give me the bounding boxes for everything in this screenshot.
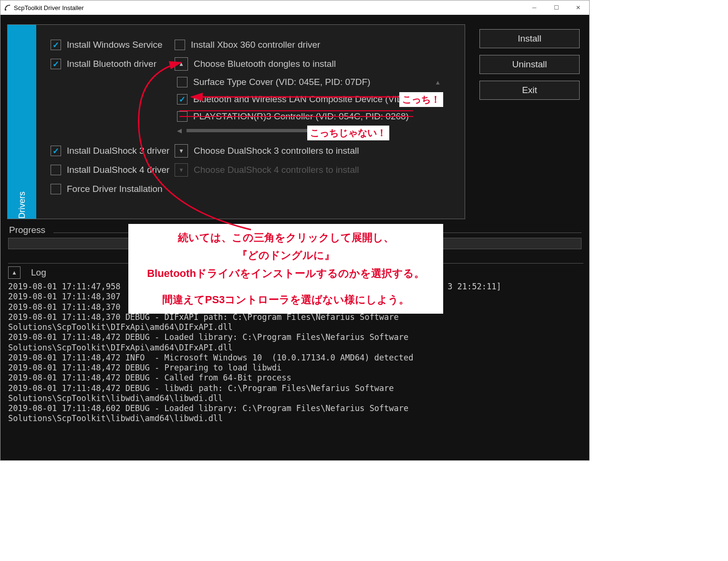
drivers-tab-label: Drivers <box>17 182 27 219</box>
checkbox-ds3[interactable] <box>51 146 61 156</box>
label-force: Force Driver Installation <box>67 184 163 194</box>
annotation-line-4: 間違えてPS3コントローラを選ばない様にしよう。 <box>138 291 434 308</box>
label-xbox360: Install Xbox 360 controller driver <box>191 40 320 50</box>
checkbox-bt-device-0[interactable] <box>177 77 187 87</box>
annotation-strike-1 <box>179 110 413 111</box>
uninstall-button[interactable]: Uninstall <box>479 55 580 74</box>
side-buttons: Install Uninstall Exit <box>479 29 580 100</box>
expander-ds4[interactable]: ▼ <box>175 163 188 177</box>
hscroll-left-icon[interactable]: ◀ <box>177 127 182 134</box>
minimize-button[interactable]: ─ <box>523 0 545 15</box>
expander-bluetooth[interactable]: ▲ <box>175 57 188 71</box>
annotation-strike-2 <box>179 116 413 117</box>
app-icon <box>4 4 11 11</box>
log-label: Log <box>31 267 46 278</box>
window-title: ScpToolkit Driver Installer <box>14 4 84 11</box>
label-bt-header: Choose Bluetooth dongles to install <box>194 59 336 69</box>
checkbox-force[interactable] <box>51 184 61 194</box>
label-bluetooth: Install Bluetooth driver <box>67 59 156 69</box>
svg-point-0 <box>5 9 7 11</box>
progress-label: Progress <box>8 225 49 235</box>
label-bt-device-1: Bluetooth and Wireless LAN Composite Dev… <box>193 94 403 105</box>
checkbox-bluetooth[interactable] <box>51 59 61 69</box>
annotation-line-1: 続いては、この三角をクリックして展開し、 <box>138 229 434 246</box>
checkbox-ds4[interactable] <box>51 165 61 175</box>
label-ds3: Install DualShock 3 driver <box>67 146 169 156</box>
expander-log[interactable]: ▲ <box>8 266 21 279</box>
drivers-panel: Drivers Install Windows Service Install … <box>7 24 465 219</box>
checkbox-windows-service[interactable] <box>51 40 61 50</box>
checkbox-xbox360[interactable] <box>175 40 185 50</box>
checkbox-bt-device-1[interactable] <box>177 94 187 105</box>
titlebar: ScpToolkit Driver Installer ─ ☐ ✕ <box>0 0 589 15</box>
annotation-line-2: 『どのドングルに』 <box>138 246 434 264</box>
label-ds4-header: Choose DualShock 4 controllers to instal… <box>194 165 359 175</box>
label-windows-service: Install Windows Service <box>67 40 163 50</box>
drivers-body: Install Windows Service Install Xbox 360… <box>36 25 465 219</box>
client-area: Drivers Install Windows Service Install … <box>0 15 589 460</box>
install-button[interactable]: Install <box>479 29 580 48</box>
app-window: ScpToolkit Driver Installer ─ ☐ ✕ Driver… <box>0 0 590 461</box>
annotation-janai: こっちじゃない！ <box>307 126 389 140</box>
annotation-instructions: 続いては、この三角をクリックして展開し、 『どのドングルに』 Bluetooth… <box>128 224 443 314</box>
exit-button[interactable]: Exit <box>479 81 580 100</box>
label-ds3-header: Choose DualShock 3 controllers to instal… <box>194 146 359 156</box>
annotation-kocchi: こっち！ <box>399 92 443 107</box>
expander-ds3[interactable]: ▼ <box>175 144 188 158</box>
label-ds4: Install DualShock 4 driver <box>67 165 169 175</box>
drivers-tab[interactable]: Drivers <box>8 25 36 219</box>
close-button[interactable]: ✕ <box>567 0 589 15</box>
annotation-line-3: Bluetoothドライバをインストールするのかを選択する。 <box>138 265 434 282</box>
maximize-button[interactable]: ☐ <box>545 0 567 15</box>
scroll-up-icon[interactable]: ▲ <box>435 79 441 86</box>
label-bt-device-0: Surface Type Cover (VID: 045E, PID: 07DF… <box>193 77 370 87</box>
